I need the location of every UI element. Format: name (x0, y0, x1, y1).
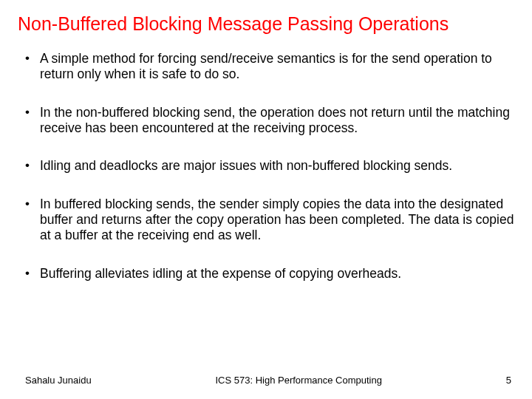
bullet-item: In buffered blocking sends, the sender s… (21, 197, 514, 244)
bullet-item: Buffering alleviates idling at the expen… (21, 266, 514, 282)
footer-author: Sahalu Junaidu (25, 375, 92, 386)
slide-footer: Sahalu Junaidu ICS 573: High Performance… (0, 375, 532, 386)
slide-title: Non-Buffered Blocking Message Passing Op… (18, 13, 514, 35)
slide-content: A simple method for forcing send/receive… (18, 51, 514, 282)
bullet-item: A simple method for forcing send/receive… (21, 51, 514, 83)
footer-page-number: 5 (506, 375, 511, 386)
slide: Non-Buffered Blocking Message Passing Op… (0, 0, 532, 399)
footer-course: ICS 573: High Performance Computing (215, 375, 381, 386)
bullet-item: In the non-buffered blocking send, the o… (21, 105, 514, 137)
bullet-item: Idling and deadlocks are major issues wi… (21, 158, 514, 174)
bullet-list: A simple method for forcing send/receive… (21, 51, 514, 282)
